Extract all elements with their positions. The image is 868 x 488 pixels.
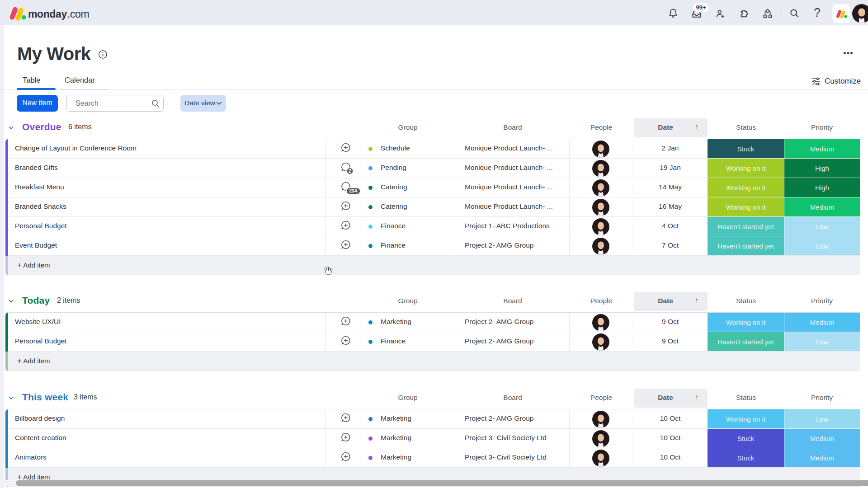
svg-text:234: 234 — [349, 188, 357, 193]
svg-text:.com: .com — [67, 8, 89, 20]
svg-text:2: 2 — [349, 168, 351, 174]
svg-text:monday: monday — [28, 8, 67, 20]
